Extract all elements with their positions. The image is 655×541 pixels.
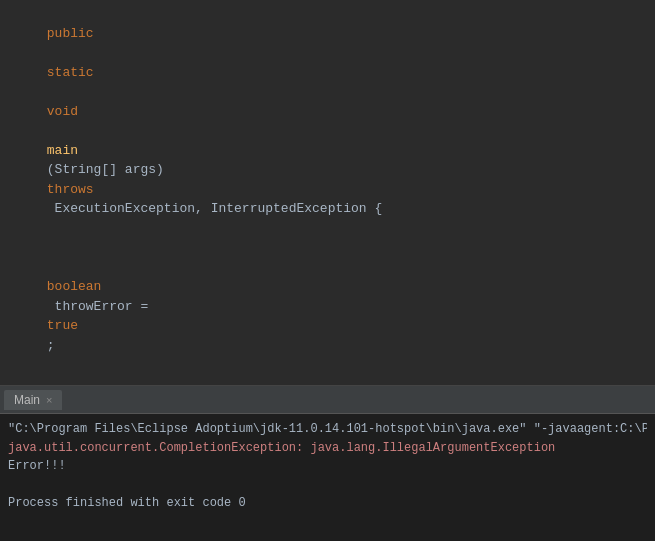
code-line-3 xyxy=(0,375,655,386)
console-tab-main[interactable]: Main × xyxy=(4,390,62,410)
code-line-2: boolean throwError = true ; xyxy=(0,238,655,375)
keyword-true: true xyxy=(47,318,78,333)
method-main: main xyxy=(47,143,78,158)
console-output: "C:\Program Files\Eclipse Adoptium\jdk-1… xyxy=(0,414,655,519)
keyword-throws: throws xyxy=(47,182,94,197)
console-line-exit: Process finished with exit code 0 xyxy=(8,494,647,513)
keyword-static: static xyxy=(47,65,94,80)
console-line-path: "C:\Program Files\Eclipse Adoptium\jdk-1… xyxy=(8,420,647,439)
console-tab-label: Main xyxy=(14,393,40,407)
console-line-error: java.util.concurrent.CompletionException… xyxy=(8,439,647,458)
console-line-result: Error!!! xyxy=(8,457,647,476)
keyword-void: void xyxy=(47,104,78,119)
keyword-public: public xyxy=(47,26,94,41)
console-area: Main × "C:\Program Files\Eclipse Adoptiu… xyxy=(0,385,655,541)
console-line-blank xyxy=(8,476,647,495)
console-tab-bar: Main × xyxy=(0,386,655,414)
keyword-boolean: boolean xyxy=(47,279,102,294)
code-line-1: public static void main (String[] args) … xyxy=(0,4,655,238)
tab-close-button[interactable]: × xyxy=(46,394,52,406)
code-editor: public static void main (String[] args) … xyxy=(0,0,655,385)
